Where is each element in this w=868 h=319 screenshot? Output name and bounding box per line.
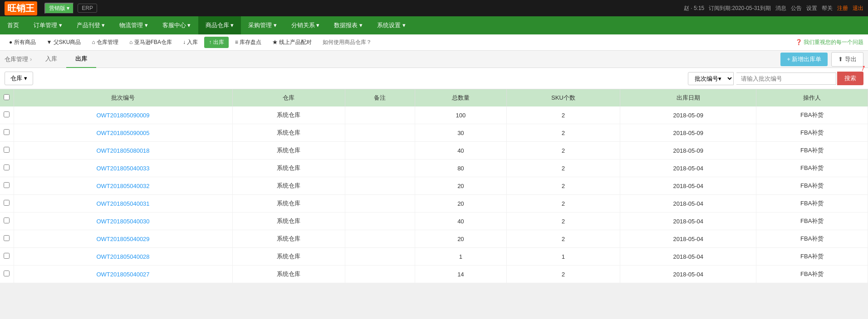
row-date-1: 2018-05-09 bbox=[620, 124, 756, 142]
row-batch-no-9[interactable]: OWT201805040027 bbox=[14, 266, 232, 283]
row-select-1[interactable] bbox=[4, 129, 10, 135]
new-outbound-button[interactable]: + 新增出库单 bbox=[780, 53, 828, 66]
row-warehouse-7: 系统仓库 bbox=[232, 230, 345, 248]
row-batch-no-7[interactable]: OWT201805040029 bbox=[14, 230, 232, 248]
row-operator-6: FBA补货 bbox=[756, 213, 868, 230]
breadcrumb-warehouse[interactable]: 仓库管理 bbox=[5, 55, 28, 63]
row-checkbox-5[interactable] bbox=[0, 195, 14, 213]
nav-products[interactable]: 产品刊登 ▾ bbox=[69, 16, 113, 34]
logout-link[interactable]: 退出 bbox=[853, 5, 863, 12]
nav-warehouse[interactable]: 商品仓库 ▾ bbox=[198, 16, 241, 34]
header-warehouse: 仓库 bbox=[232, 89, 345, 106]
row-sku-9: 2 bbox=[506, 266, 620, 283]
row-checkbox-4[interactable] bbox=[0, 177, 14, 195]
toolbar: 仓库 ▾ 批次编号▾ 搜索 ↑ bbox=[0, 68, 868, 89]
nav-bar: 首页 订单管理 ▾ 产品刊登 ▾ 物流管理 ▾ 客服中心 ▾ 商品仓库 ▾ 采购… bbox=[0, 16, 868, 34]
row-batch-no-6[interactable]: OWT201805040030 bbox=[14, 213, 232, 230]
nav-home[interactable]: 首页 bbox=[0, 16, 26, 34]
row-select-8[interactable] bbox=[4, 253, 10, 259]
help-link[interactable]: ❓ 我们重视您的每一个问题 bbox=[795, 39, 863, 46]
nav-service[interactable]: 客服中心 ▾ bbox=[155, 16, 198, 34]
row-checkbox-9[interactable] bbox=[0, 266, 14, 283]
row-note-8 bbox=[345, 248, 415, 266]
search-button[interactable]: 搜索 bbox=[837, 72, 863, 85]
sub-nav-inbound[interactable]: ↓ 入库 bbox=[178, 37, 202, 48]
row-sku-5: 2 bbox=[506, 195, 620, 213]
row-batch-no-8[interactable]: OWT201805040028 bbox=[14, 248, 232, 266]
row-select-7[interactable] bbox=[4, 235, 10, 241]
row-total-9: 14 bbox=[415, 266, 506, 283]
table-container: 批次编号 仓库 备注 总数量 SKU个数 出库日期 操作人 OWT2018050… bbox=[0, 89, 868, 283]
nav-purchase[interactable]: 采购管理 ▾ bbox=[241, 16, 284, 34]
sub-nav-product-match[interactable]: ★ 线上产品配对 bbox=[268, 37, 316, 48]
row-operator-4: FBA补货 bbox=[756, 177, 868, 195]
row-total-3: 80 bbox=[415, 160, 506, 177]
table-row: OWT201805040032 系统仓库 20 2 2018-05-04 FBA… bbox=[0, 177, 868, 195]
table-row: OWT201805040029 系统仓库 20 2 2018-05-04 FBA… bbox=[0, 230, 868, 248]
row-batch-no-4[interactable]: OWT201805040032 bbox=[14, 177, 232, 195]
row-select-9[interactable] bbox=[4, 271, 10, 276]
warehouse-filter-button[interactable]: 仓库 ▾ bbox=[5, 72, 33, 85]
row-batch-no-2[interactable]: OWT201805080018 bbox=[14, 142, 232, 160]
sub-nav-parent-sku[interactable]: ▼ 父SKU商品 bbox=[42, 37, 86, 48]
table-row: OWT201805040033 系统仓库 80 2 2018-05-04 FBA… bbox=[0, 160, 868, 177]
header-checkbox[interactable] bbox=[0, 89, 14, 106]
nav-settings[interactable]: 系统设置 ▾ bbox=[370, 16, 413, 34]
row-sku-3: 2 bbox=[506, 160, 620, 177]
row-note-1 bbox=[345, 124, 415, 142]
toolbar-right: 批次编号▾ 搜索 ↑ bbox=[688, 72, 863, 85]
row-select-5[interactable] bbox=[4, 200, 10, 206]
row-batch-no-3[interactable]: OWT201805040033 bbox=[14, 160, 232, 177]
row-checkbox-8[interactable] bbox=[0, 248, 14, 266]
row-checkbox-7[interactable] bbox=[0, 230, 14, 248]
row-checkbox-2[interactable] bbox=[0, 142, 14, 160]
header-note: 备注 bbox=[345, 89, 415, 106]
tab-inbound[interactable]: 入库 bbox=[36, 51, 66, 68]
select-all-checkbox[interactable] bbox=[4, 94, 10, 100]
sub-nav-help[interactable]: 如何使用商品仓库？ bbox=[318, 37, 376, 48]
search-btn-wrapper: 搜索 ↑ bbox=[839, 72, 863, 85]
erp-badge-button[interactable]: ERP bbox=[78, 4, 97, 13]
nav-distribution[interactable]: 分销关系 ▾ bbox=[284, 16, 327, 34]
row-note-0 bbox=[345, 106, 415, 124]
row-total-0: 100 bbox=[415, 106, 506, 124]
sales-badge-button[interactable]: 营销版 ▾ bbox=[44, 3, 74, 14]
row-operator-5: FBA补货 bbox=[756, 195, 868, 213]
sub-nav-warehouse-mgmt[interactable]: ⌂ 仓库管理 bbox=[87, 37, 123, 48]
tab-outbound[interactable]: 出库 bbox=[66, 51, 96, 68]
nav-reports[interactable]: 数据报表 ▾ bbox=[327, 16, 370, 34]
tab-group: 入库 出库 bbox=[36, 51, 96, 68]
sub-nav-outbound[interactable]: ↑ 出库 bbox=[204, 37, 228, 48]
row-select-0[interactable] bbox=[4, 111, 10, 117]
row-batch-no-5[interactable]: OWT201805040031 bbox=[14, 195, 232, 213]
row-select-2[interactable] bbox=[4, 147, 10, 153]
nav-logistics[interactable]: 物流管理 ▾ bbox=[112, 16, 155, 34]
search-input[interactable] bbox=[736, 72, 836, 85]
table-row: OWT201805040028 系统仓库 1 1 2018-05-04 FBA补… bbox=[0, 248, 868, 266]
row-select-6[interactable] bbox=[4, 218, 10, 223]
row-select-3[interactable] bbox=[4, 164, 10, 170]
row-checkbox-6[interactable] bbox=[0, 213, 14, 230]
row-total-4: 20 bbox=[415, 177, 506, 195]
row-batch-no-1[interactable]: OWT201805090005 bbox=[14, 124, 232, 142]
row-date-2: 2018-05-09 bbox=[620, 142, 756, 160]
row-note-6 bbox=[345, 213, 415, 230]
row-total-7: 20 bbox=[415, 230, 506, 248]
row-checkbox-3[interactable] bbox=[0, 160, 14, 177]
table-row: OWT201805080018 系统仓库 40 2 2018-05-09 FBA… bbox=[0, 142, 868, 160]
sub-nav-fba[interactable]: ⌂ 亚马逊FBA仓库 bbox=[125, 37, 177, 48]
row-sku-4: 2 bbox=[506, 177, 620, 195]
row-batch-no-0[interactable]: OWT201805090009 bbox=[14, 106, 232, 124]
nav-orders[interactable]: 订单管理 ▾ bbox=[26, 16, 69, 34]
row-date-7: 2018-05-04 bbox=[620, 230, 756, 248]
sub-nav-all-products[interactable]: ● 所有商品 bbox=[5, 37, 40, 48]
top-bar: 旺销王 营销版 ▾ ERP 赵 · 5:15 订阅到期:2020-05-31到期… bbox=[0, 0, 868, 16]
row-warehouse-6: 系统仓库 bbox=[232, 213, 345, 230]
row-checkbox-1[interactable] bbox=[0, 124, 14, 142]
row-select-4[interactable] bbox=[4, 182, 10, 188]
register-link[interactable]: 注册 bbox=[837, 5, 848, 12]
batch-number-select[interactable]: 批次编号▾ bbox=[688, 72, 734, 85]
sub-nav-inventory[interactable]: ≡ 库存盘点 bbox=[230, 37, 266, 48]
row-checkbox-0[interactable] bbox=[0, 106, 14, 124]
export-button[interactable]: ⬆ 导出 bbox=[831, 52, 863, 67]
